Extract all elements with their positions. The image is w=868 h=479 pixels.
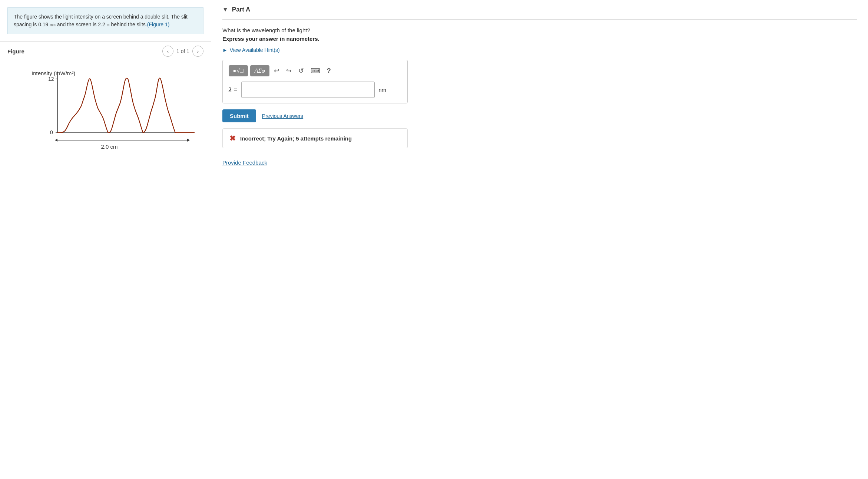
y-axis-label: Intensity (mW/m²) — [32, 70, 75, 76]
help-button[interactable]: ? — [325, 66, 333, 76]
submit-button[interactable]: Submit — [222, 109, 256, 122]
math-mode-button[interactable]: ■√□ — [229, 65, 248, 76]
input-row: λ = nm — [229, 82, 401, 98]
error-icon: ✖ — [229, 134, 236, 143]
equation-box: ■√□ ΑΣφ ↩ ↪ ↺ ⌨ ? λ = nm — [222, 60, 408, 103]
left-panel: The figure shows the light intensity on … — [0, 0, 211, 479]
x-axis-arrow-right — [187, 139, 190, 142]
answer-input[interactable] — [241, 82, 375, 98]
figure-content: Intensity (mW/m²) 12 0 2.0 cm — [0, 60, 211, 479]
greek-mode-button[interactable]: ΑΣφ — [250, 65, 269, 76]
math-toolbar: ■√□ ΑΣφ ↩ ↪ ↺ ⌨ ? — [229, 65, 401, 76]
y-tick-0: 0 — [50, 129, 53, 135]
keyboard-button[interactable]: ⌨ — [308, 65, 322, 76]
question-emphasis: Express your answer in nanometers. — [222, 36, 857, 42]
figure-header: Figure ‹ 1 of 1 › — [0, 42, 211, 60]
x-axis-label: 2.0 cm — [101, 143, 117, 150]
undo-button[interactable]: ↩ — [272, 65, 282, 76]
action-row: Submit Previous Answers — [222, 109, 857, 122]
figure-nav-controls: ‹ 1 of 1 › — [162, 46, 203, 57]
hint-link[interactable]: ► View Available Hint(s) — [222, 47, 857, 53]
wave-path — [57, 78, 195, 133]
part-header: ▼ Part A — [222, 0, 857, 20]
reset-button[interactable]: ↺ — [296, 65, 306, 76]
error-text: Incorrect; Try Again; 5 attempts remaini… — [240, 135, 352, 142]
lambda-label: λ = — [229, 86, 238, 94]
part-toggle-icon[interactable]: ▼ — [222, 6, 228, 13]
figure-title: Figure — [7, 48, 24, 54]
y-tick-12: 12 — [48, 76, 54, 82]
problem-text-box: The figure shows the light intensity on … — [7, 7, 203, 34]
figure-page-indicator: 1 of 1 — [176, 48, 189, 54]
hint-chevron-icon: ► — [222, 47, 228, 53]
question-text: What is the wavelength of the light? — [222, 27, 857, 33]
figure-prev-button[interactable]: ‹ — [162, 46, 173, 57]
redo-button[interactable]: ↪ — [284, 65, 294, 76]
part-title: Part A — [232, 6, 250, 13]
unit-label: nm — [378, 87, 386, 93]
previous-answers-link[interactable]: Previous Answers — [262, 113, 303, 119]
figure-link[interactable]: (Figure 1) — [147, 22, 170, 27]
right-panel: ▼ Part A What is the wavelength of the l… — [211, 0, 868, 479]
figure-next-button[interactable]: › — [192, 46, 203, 57]
intensity-chart: Intensity (mW/m²) 12 0 2.0 cm — [28, 68, 183, 149]
feedback-link[interactable]: Provide Feedback — [222, 159, 267, 166]
error-box: ✖ Incorrect; Try Again; 5 attempts remai… — [222, 128, 408, 148]
x-axis-arrow-left — [55, 139, 57, 142]
hint-link-label: View Available Hint(s) — [230, 47, 280, 53]
problem-text: The figure shows the light intensity on … — [14, 14, 188, 27]
